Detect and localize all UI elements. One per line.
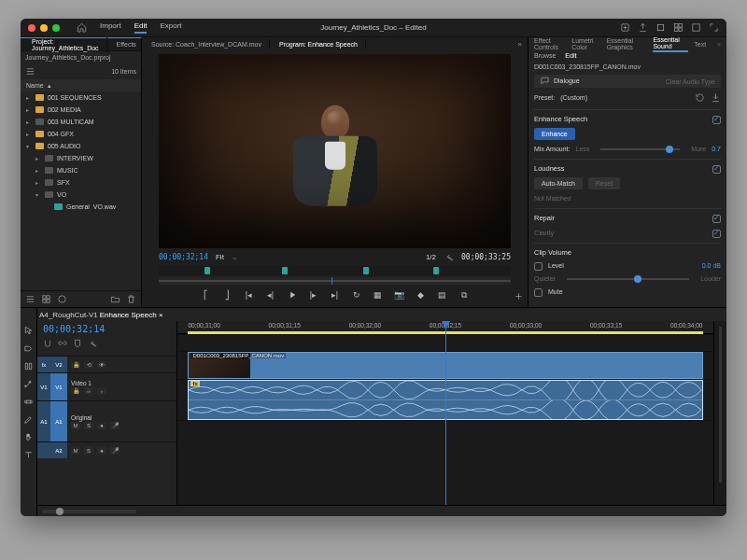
- button-editor-icon[interactable]: [514, 291, 524, 301]
- track-select-tool[interactable]: [23, 343, 35, 354]
- target-v2[interactable]: V2: [50, 357, 67, 372]
- clear-audio-type[interactable]: Clear Audio Type: [666, 78, 715, 85]
- marker[interactable]: [363, 267, 369, 274]
- workspace-edit[interactable]: Edit: [134, 21, 148, 34]
- program-tc-left[interactable]: 00;00;32;14: [159, 253, 208, 261]
- twirl-icon[interactable]: ▾: [26, 144, 32, 149]
- twirl-icon[interactable]: ▸: [35, 180, 41, 186]
- repair-toggle[interactable]: [712, 215, 721, 223]
- mix-value[interactable]: 0.7: [712, 146, 721, 152]
- project-tab[interactable]: Project: Journey_Athletics_Doc: [24, 36, 107, 53]
- playhead[interactable]: [445, 321, 446, 505]
- play-button[interactable]: [286, 288, 299, 301]
- panel-menu-icon[interactable]: »: [518, 40, 528, 49]
- hand-tool[interactable]: [23, 431, 35, 442]
- source-patch-v1[interactable]: V1: [37, 373, 50, 400]
- bin-row[interactable]: ▸002 MEDIA: [21, 104, 141, 116]
- home-icon[interactable]: [77, 21, 87, 34]
- slip-tool[interactable]: [23, 396, 35, 407]
- enhance-speech-toggle[interactable]: [712, 116, 721, 124]
- share-icon[interactable]: [638, 22, 648, 33]
- zoom-fit[interactable]: Fit: [216, 253, 224, 261]
- freeform-icon[interactable]: [57, 294, 67, 304]
- ess-edit[interactable]: Edit: [565, 52, 576, 59]
- zoom-window[interactable]: [52, 24, 60, 32]
- multicam-button[interactable]: ▤: [436, 288, 449, 301]
- twirl-icon[interactable]: ▸: [26, 95, 32, 101]
- timeline-clips-area[interactable]: 00;00;31;0000;00;31;1500;00;32;0000;00;3…: [177, 321, 713, 505]
- marker-button[interactable]: ◆: [415, 288, 428, 301]
- linked-selection-icon[interactable]: [58, 339, 67, 348]
- preset-refresh-icon[interactable]: [695, 92, 705, 103]
- loudness-toggle[interactable]: [712, 165, 721, 174]
- program-monitor-viewport[interactable]: [159, 54, 511, 248]
- step-fwd-button[interactable]: |▸: [307, 288, 320, 301]
- close-window[interactable]: [28, 24, 35, 32]
- go-in-button[interactable]: |◂: [243, 288, 256, 301]
- twirl-icon[interactable]: ▸: [26, 107, 32, 113]
- wrench-icon[interactable]: [444, 252, 454, 262]
- target-v1[interactable]: V1: [50, 373, 67, 400]
- target-a1[interactable]: A1: [50, 401, 67, 441]
- loudness-section[interactable]: Loudness: [534, 164, 565, 173]
- pen-tool[interactable]: [23, 413, 35, 425]
- workspaces-icon[interactable]: [673, 22, 684, 33]
- sequence-tab-1[interactable]: Enhance Speech ×: [100, 311, 163, 319]
- source-patch-a2[interactable]: [37, 442, 50, 458]
- twirl-icon[interactable]: ▸: [35, 156, 41, 161]
- mark-out-button[interactable]: ⎦: [221, 288, 234, 301]
- level-slider[interactable]: [567, 278, 689, 280]
- effect-controls-tab[interactable]: Effect Controls: [534, 37, 566, 50]
- progress-icon[interactable]: [655, 22, 666, 33]
- bin-row[interactable]: General_VO.wav: [21, 201, 141, 213]
- marker-add-icon[interactable]: [73, 339, 82, 348]
- program-monitor-tab[interactable]: Program: Enhance Speech: [272, 39, 366, 49]
- bin-row[interactable]: ▾005 AUDIO: [21, 140, 141, 152]
- lumetri-tab[interactable]: Lumetri Color: [571, 37, 600, 50]
- auto-match-button[interactable]: Auto-Match: [534, 177, 583, 189]
- razor-tool[interactable]: [23, 378, 35, 389]
- bin-row[interactable]: ▸SFX: [21, 176, 141, 189]
- maximize-icon[interactable]: [709, 22, 719, 33]
- minimize-window[interactable]: [40, 24, 48, 32]
- twirl-icon[interactable]: [45, 204, 50, 210]
- a1-mute[interactable]: M: [71, 422, 80, 429]
- audio-type-tag[interactable]: Dialogue: [554, 77, 580, 84]
- bin-row[interactable]: ▸004 GFX: [21, 128, 141, 140]
- zoom-slider[interactable]: [43, 510, 136, 513]
- preset-save-icon[interactable]: [711, 92, 721, 103]
- quick-export-icon[interactable]: [620, 22, 630, 33]
- marker[interactable]: [433, 267, 439, 274]
- v2-toggle[interactable]: 👁: [97, 361, 106, 369]
- v1-lock[interactable]: 🔒: [71, 387, 80, 395]
- text-panel-tab[interactable]: Text: [694, 41, 706, 48]
- a2-rec[interactable]: ●: [97, 447, 106, 455]
- v1-name[interactable]: Video 1: [71, 380, 173, 386]
- preset-value[interactable]: (Custom): [560, 94, 587, 101]
- source-patch-a1[interactable]: A1: [37, 401, 50, 441]
- a1-rec[interactable]: ●: [97, 422, 106, 429]
- repair-section[interactable]: Repair: [534, 214, 555, 222]
- new-bin-icon[interactable]: [110, 294, 120, 304]
- bin-row[interactable]: ▸MUSIC: [21, 164, 141, 176]
- workspace-import[interactable]: Import: [100, 21, 121, 34]
- snap-icon[interactable]: [43, 339, 52, 348]
- trash-icon[interactable]: [126, 294, 136, 304]
- panel-overflow-icon[interactable]: »: [717, 41, 721, 48]
- v2-sync[interactable]: ⟲: [84, 361, 93, 369]
- a1-voice[interactable]: 🎤: [110, 422, 120, 429]
- timeline-playhead-tc[interactable]: 00;00;32;14: [37, 321, 176, 337]
- level-checkbox[interactable]: [534, 262, 543, 271]
- bin-row[interactable]: ▸INTERVIEW: [21, 152, 141, 164]
- bin-row[interactable]: ▾VO: [21, 189, 141, 201]
- loop-button[interactable]: ↻: [350, 288, 363, 301]
- marker[interactable]: [282, 267, 288, 274]
- mark-in-button[interactable]: ⎡: [200, 288, 213, 301]
- settings-icon[interactable]: [88, 339, 97, 348]
- v1-more[interactable]: ›: [97, 387, 106, 395]
- target-a2[interactable]: A2: [50, 442, 67, 458]
- ripple-tool[interactable]: [23, 360, 35, 371]
- enhance-speech-section[interactable]: Enhance Speech: [534, 115, 587, 123]
- twirl-icon[interactable]: ▸: [26, 132, 32, 137]
- list-view-icon[interactable]: [25, 66, 35, 77]
